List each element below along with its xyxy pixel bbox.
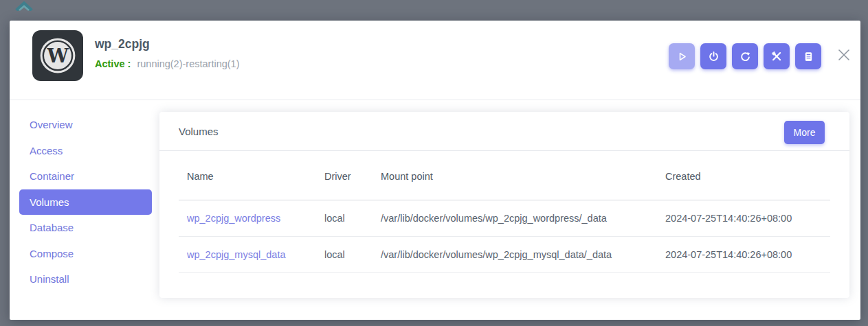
- app-status: Active : running(2)-restarting(1): [95, 58, 240, 69]
- volumes-panel: Volumes More Name Driver Mount point Cre…: [159, 112, 849, 298]
- table-header-row: Name Driver Mount point Created: [179, 151, 830, 200]
- volume-driver: local: [316, 237, 372, 273]
- modal-header: W wp_2cpjg Active : running(2)-restartin…: [10, 21, 860, 100]
- backdrop-partial-logo-icon: [15, 1, 33, 11]
- app-title: wp_2cpjg: [95, 37, 150, 51]
- restart-icon: [739, 51, 751, 62]
- sidebar-item-access[interactable]: Access: [19, 138, 152, 164]
- sidebar-nav: Overview Access Container Volumes Databa…: [19, 112, 152, 292]
- volume-name-link[interactable]: wp_2cpjg_mysql_data: [187, 249, 285, 260]
- sidebar-item-volumes[interactable]: Volumes: [19, 189, 152, 216]
- column-header-mount: Mount point: [372, 151, 657, 200]
- volume-driver: local: [316, 200, 372, 237]
- sidebar-item-database[interactable]: Database: [19, 215, 152, 241]
- more-button[interactable]: More: [784, 121, 825, 144]
- power-icon: [708, 51, 720, 62]
- logs-button[interactable]: [795, 43, 821, 69]
- table-row: wp_2cpjg_wordpress local /var/lib/docker…: [179, 200, 830, 237]
- svg-text:W: W: [46, 45, 69, 67]
- close-button[interactable]: [836, 47, 852, 64]
- repair-button[interactable]: [764, 43, 790, 69]
- status-active-label: Active :: [95, 58, 131, 69]
- column-header-created: Created: [657, 151, 830, 200]
- column-header-name: Name: [179, 151, 316, 200]
- close-icon: [836, 47, 852, 62]
- tools-icon: [770, 50, 783, 62]
- volume-created: 2024-07-25T14:40:26+08:00: [657, 237, 830, 273]
- volume-name-link[interactable]: wp_2cpjg_wordpress: [187, 213, 280, 224]
- volume-created: 2024-07-25T14:40:26+08:00: [657, 200, 830, 237]
- column-header-driver: Driver: [316, 151, 372, 200]
- volumes-table: Name Driver Mount point Created wp_2cpjg…: [179, 151, 830, 273]
- volume-mount: /var/lib/docker/volumes/wp_2cpjg_mysql_d…: [372, 237, 657, 273]
- sidebar-item-compose[interactable]: Compose: [19, 241, 152, 267]
- wordpress-logo-icon: W: [32, 30, 83, 81]
- play-icon: [676, 51, 688, 62]
- restart-button[interactable]: [732, 43, 758, 69]
- journal-icon: [803, 51, 814, 62]
- sidebar-item-overview[interactable]: Overview: [19, 112, 152, 138]
- stop-button[interactable]: [700, 43, 726, 69]
- start-button[interactable]: [669, 43, 695, 69]
- table-row: wp_2cpjg_mysql_data local /var/lib/docke…: [179, 237, 830, 273]
- volumes-panel-header: Volumes More: [159, 112, 849, 151]
- sidebar-item-container[interactable]: Container: [19, 163, 152, 189]
- sidebar-item-uninstall[interactable]: Uninstall: [19, 266, 152, 292]
- status-detail: running(2)-restarting(1): [137, 58, 239, 69]
- volume-mount: /var/lib/docker/volumes/wp_2cpjg_wordpre…: [372, 200, 657, 237]
- panel-title: Volumes: [179, 126, 219, 137]
- app-detail-modal: W wp_2cpjg Active : running(2)-restartin…: [10, 21, 860, 320]
